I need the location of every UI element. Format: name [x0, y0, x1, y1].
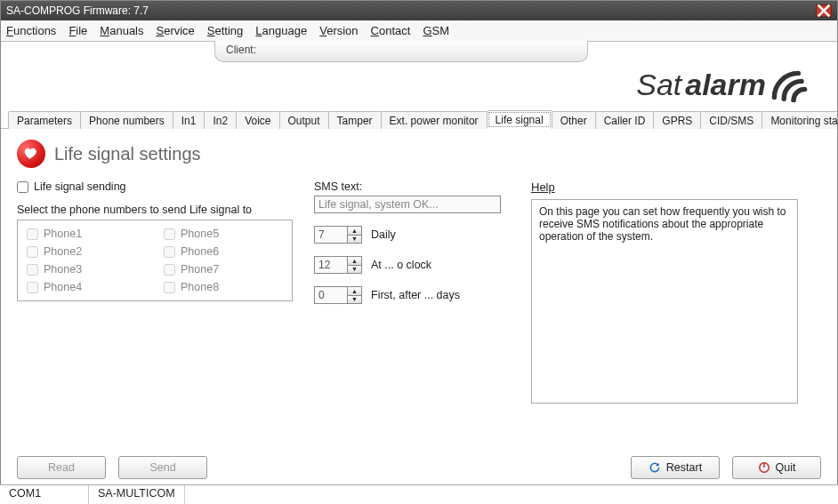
logo-row: Satalarm — [1, 60, 837, 109]
phone-label-8: Phone8 — [181, 281, 219, 293]
logo: Satalarm — [636, 67, 818, 102]
phone-checkbox-input-3[interactable] — [27, 264, 38, 276]
refresh-icon — [649, 461, 661, 474]
menu-file[interactable]: File — [68, 24, 87, 37]
tab-gprs[interactable]: GPRS — [653, 111, 701, 129]
middle-column: SMS text: ▲▼Daily▲▼At ... o clock▲▼First… — [314, 180, 510, 404]
menu-service[interactable]: Service — [157, 24, 195, 37]
phone-checkbox-5[interactable]: Phone5 — [164, 228, 283, 240]
phone-label-4: Phone4 — [44, 281, 82, 293]
tab-life-signal[interactable]: Life signal — [487, 110, 552, 129]
spinner-label-0: Daily — [371, 228, 396, 241]
phone-label-2: Phone2 — [44, 245, 82, 258]
tab-content: Life signal settings Life signal sending… — [1, 129, 837, 449]
phone-checkbox-1[interactable]: Phone1 — [27, 228, 146, 240]
spinner-down-2[interactable]: ▼ — [348, 296, 361, 304]
sms-text-label: SMS text: — [314, 180, 510, 193]
phone-checkbox-input-2[interactable] — [27, 246, 38, 258]
tab-voice[interactable]: Voice — [236, 111, 279, 129]
spinner-up-2[interactable]: ▲ — [348, 287, 361, 296]
phone-checkbox-input-1[interactable] — [27, 228, 38, 240]
spinner-up-1[interactable]: ▲ — [348, 257, 361, 266]
read-button[interactable]: Read — [17, 456, 106, 479]
client-label: Client: — [226, 44, 256, 56]
phone-checkbox-input-8[interactable] — [164, 282, 175, 293]
phone-label-7: Phone7 — [181, 263, 219, 276]
help-text: On this page you can set how frequently … — [539, 205, 786, 243]
spinner-label-2: First, after ... days — [371, 289, 460, 301]
spinner-down-1[interactable]: ▼ — [348, 266, 361, 274]
heart-icon — [17, 140, 45, 168]
tab-cid-sms[interactable]: CID/SMS — [700, 111, 762, 129]
page-header: Life signal settings — [17, 140, 821, 168]
menu-language[interactable]: Language — [255, 24, 307, 37]
tab-in2[interactable]: In2 — [204, 111, 237, 129]
phone-checkbox-input-7[interactable] — [164, 264, 175, 276]
life-signal-sending-checkbox[interactable]: Life signal sending — [17, 180, 293, 193]
menu-version[interactable]: Version — [319, 24, 358, 37]
status-bar: COM1 SA-MULTICOM — [0, 484, 838, 504]
phone-group-label: Select the phone numbers to send Life si… — [17, 204, 293, 216]
phone-selection-box: Phone1Phone5Phone2Phone6Phone3Phone7Phon… — [17, 220, 293, 301]
help-box[interactable]: On this page you can set how frequently … — [531, 199, 798, 404]
window-title: SA-COMPROG Firmware: 7.7 — [6, 4, 149, 17]
spinner-down-0[interactable]: ▼ — [348, 236, 361, 244]
spinner-input-0[interactable] — [315, 227, 347, 243]
phone-checkbox-4[interactable]: Phone4 — [27, 281, 146, 293]
status-device: SA-MULTICOM — [89, 485, 185, 504]
tab-in1[interactable]: In1 — [173, 111, 205, 129]
send-button[interactable]: Send — [118, 456, 207, 479]
tab-other[interactable]: Other — [552, 111, 596, 129]
menu-manuals[interactable]: Manuals — [100, 24, 143, 37]
sms-text-input[interactable] — [314, 196, 501, 213]
logo-text-sat: Sat — [636, 68, 681, 102]
menu-contact[interactable]: Contact — [371, 24, 411, 37]
spinner-1[interactable]: ▲▼ — [314, 256, 362, 274]
client-tab: Client: — [214, 41, 588, 62]
spinner-input-1[interactable] — [315, 257, 347, 273]
phone-checkbox-8[interactable]: Phone8 — [164, 281, 283, 293]
tab-caller-id[interactable]: Caller ID — [595, 111, 655, 129]
phone-checkbox-3[interactable]: Phone3 — [27, 263, 146, 276]
quit-button[interactable]: Quit — [732, 456, 821, 479]
tab-tamper[interactable]: Tamper — [328, 111, 382, 129]
right-column: Help On this page you can set how freque… — [531, 180, 821, 404]
life-signal-sending-label: Life signal sending — [34, 180, 126, 193]
phone-checkbox-7[interactable]: Phone7 — [164, 263, 283, 276]
tab-phone-numbers[interactable]: Phone numbers — [80, 111, 173, 129]
power-icon — [758, 461, 770, 474]
tab-monitoring-station[interactable]: Monitoring station — [761, 111, 838, 129]
status-port: COM1 — [0, 485, 89, 504]
phone-checkbox-input-6[interactable] — [164, 246, 175, 258]
spinner-input-2[interactable] — [315, 287, 347, 303]
spinner-row-2: ▲▼First, after ... days — [314, 286, 510, 304]
help-label: Help — [531, 180, 821, 194]
phone-label-1: Phone1 — [44, 228, 82, 240]
spinner-row-1: ▲▼At ... o clock — [314, 256, 510, 274]
phone-checkbox-input-4[interactable] — [27, 282, 38, 293]
spinner-up-0[interactable]: ▲ — [348, 227, 361, 236]
title-bar: SA-COMPROG Firmware: 7.7 — [1, 1, 837, 20]
menu-bar: Functions File Manuals Service Setting L… — [1, 20, 837, 42]
tab-output[interactable]: Output — [279, 111, 329, 129]
phone-checkbox-input-5[interactable] — [164, 228, 175, 240]
tab-parameters[interactable]: Parameters — [8, 111, 81, 129]
phone-label-6: Phone6 — [181, 245, 219, 258]
tab-ext-power-monitor[interactable]: Ext. power monitor — [381, 111, 487, 129]
restart-button[interactable]: Restart — [631, 456, 720, 479]
button-row: Read Send Restart Quit — [1, 456, 837, 479]
phone-checkbox-2[interactable]: Phone2 — [27, 245, 146, 258]
tab-strip: ParametersPhone numbersIn1In2VoiceOutput… — [1, 109, 837, 129]
life-signal-sending-input[interactable] — [17, 181, 28, 193]
wave-icon — [770, 67, 818, 102]
left-column: Life signal sending Select the phone num… — [17, 180, 293, 404]
menu-setting[interactable]: Setting — [207, 24, 243, 37]
menu-gsm[interactable]: GSM — [423, 24, 449, 37]
phone-checkbox-6[interactable]: Phone6 — [164, 245, 283, 258]
phone-label-5: Phone5 — [181, 228, 219, 240]
spinner-2[interactable]: ▲▼ — [314, 286, 362, 304]
close-button[interactable] — [816, 4, 832, 17]
spinner-0[interactable]: ▲▼ — [314, 226, 362, 244]
menu-functions[interactable]: Functions — [6, 24, 56, 37]
logo-text-alarm: alarm — [685, 68, 766, 102]
